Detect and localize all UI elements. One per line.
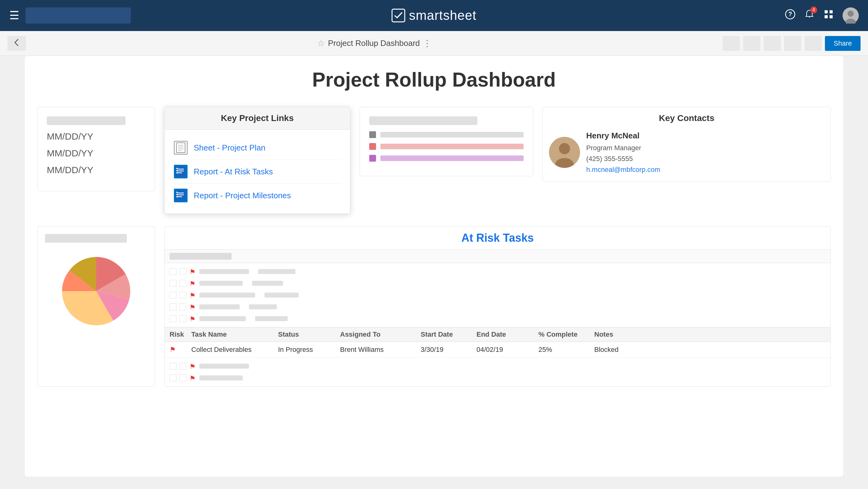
top-nav: ☰ smartsheet ? 4 [0, 0, 868, 31]
dashboard-title: Project Rollup Dashboard [37, 68, 831, 91]
svg-text:?: ? [788, 10, 792, 18]
toolbar-action-btn-1[interactable] [723, 36, 740, 51]
skeleton-check-7 [169, 304, 176, 310]
skel-bar-b2 [199, 375, 243, 380]
more-options-icon[interactable]: ⋮ [423, 38, 432, 49]
metric-bar-2 [380, 144, 524, 149]
contact-role: Program Manager [586, 142, 660, 153]
tasks-toolbar [165, 250, 831, 263]
skel-bar-2 [258, 269, 296, 274]
report-at-risk-icon [174, 165, 188, 178]
toolbar: ☆ Project Rollup Dashboard ⋮ Share [0, 31, 868, 56]
user-avatar[interactable] [843, 7, 859, 24]
skel-check-b3 [169, 375, 176, 381]
bottom-section: At Risk Tasks ⚑ ⚑ [37, 226, 831, 386]
links-widget-body: Sheet - Project Plan [165, 130, 350, 213]
flag-icon-2: ⚑ [189, 280, 196, 287]
skeleton-rows: ⚑ ⚑ ⚑ [165, 263, 831, 327]
search-box[interactable] [25, 7, 131, 24]
skeleton-check-5 [169, 292, 176, 298]
metric-row-1 [369, 131, 524, 138]
help-button[interactable]: ? [785, 9, 796, 22]
tasks-toolbar-bar [169, 253, 231, 260]
row-status: In Progress [278, 346, 340, 354]
skel-bar-9 [199, 316, 246, 321]
star-icon[interactable]: ☆ [317, 38, 325, 49]
skel-bar-4 [252, 281, 283, 286]
row-assigned: Brent Williams [340, 346, 421, 354]
link-sheet-project-plan[interactable]: Sheet - Project Plan [174, 136, 341, 160]
date-1: MM/DD/YY [47, 131, 145, 142]
row-start-date: 3/30/19 [421, 346, 476, 354]
metric-color-purple [369, 155, 376, 162]
table-row: ⚑ Collect Deliverables In Progress Brent… [165, 342, 831, 358]
svg-rect-22 [176, 172, 178, 173]
toolbar-action-btn-5[interactable] [804, 36, 822, 51]
metric-row-2 [369, 143, 524, 150]
row-task-name: Collect Deliverables [191, 346, 278, 354]
svg-rect-29 [176, 196, 178, 197]
col-header-status: Status [278, 330, 340, 339]
date-2: MM/DD/YY [47, 148, 145, 159]
skeleton-check-9 [169, 315, 176, 322]
col-header-assigned: Assigned To [340, 330, 421, 339]
flag-icon-1: ⚑ [189, 268, 196, 275]
nav-right: ? 4 [785, 7, 859, 24]
toolbar-title-area: ☆ Project Rollup Dashboard ⋮ [30, 38, 719, 49]
contacts-widget: Key Contacts Henry McNeal Program Manage… [542, 107, 831, 181]
apps-grid-button[interactable] [824, 9, 834, 22]
skeleton-row-bot-2: ⚑ [165, 372, 831, 384]
skel-check-b1 [169, 363, 176, 370]
links-widget: Key Project Links Sheet - Project Plan [164, 107, 350, 214]
metrics-widget [360, 107, 533, 176]
page-title: Project Rollup Dashboard [328, 38, 420, 48]
skeleton-check [169, 268, 176, 275]
pie-widget-header [45, 234, 127, 242]
skel-bar-10 [255, 316, 288, 321]
svg-rect-7 [830, 15, 833, 18]
skeleton-check-10 [180, 315, 186, 322]
col-header-start: Start Date [421, 330, 476, 339]
skeleton-check-4 [180, 280, 186, 287]
link-label-milestones: Report - Project Milestones [194, 191, 291, 200]
skeleton-row-2: ⚑ [165, 278, 831, 289]
share-button[interactable]: Share [825, 36, 861, 51]
skeleton-row-1: ⚑ [165, 266, 831, 278]
flag-icon-b2: ⚑ [189, 375, 196, 381]
row-end-date: 04/02/19 [476, 346, 538, 354]
skeleton-check-8 [180, 304, 186, 310]
toolbar-action-btn-3[interactable] [764, 36, 781, 51]
date-3: MM/DD/YY [47, 165, 145, 175]
contact-phone: (425) 355-5555 [586, 153, 660, 164]
link-report-milestones[interactable]: Report - Project Milestones [174, 184, 341, 207]
col-header-pct: % Complete [538, 330, 594, 339]
links-widget-header: Key Project Links [165, 107, 350, 130]
report-milestones-icon [174, 189, 188, 202]
contact-name: Henry McNeal [586, 130, 660, 142]
widgets-row: MM/DD/YY MM/DD/YY MM/DD/YY Key Project L… [37, 107, 831, 214]
toolbar-action-btn-2[interactable] [743, 36, 761, 51]
notifications-button[interactable]: 4 [804, 9, 815, 22]
metric-bar-3 [380, 155, 524, 161]
pie-chart [56, 251, 136, 332]
hamburger-icon[interactable]: ☰ [9, 9, 19, 22]
back-button[interactable] [7, 36, 26, 51]
svg-rect-5 [830, 10, 833, 13]
skeleton-row-bot-1: ⚑ [165, 360, 831, 372]
flag-icon-4: ⚑ [189, 304, 196, 310]
table-header-row: Risk Task Name Status Assigned To Start … [165, 327, 831, 342]
risk-flag-icon: ⚑ [169, 346, 176, 353]
toolbar-action-btn-4[interactable] [784, 36, 801, 51]
notification-badge: 4 [810, 6, 817, 13]
skel-bar-5 [199, 293, 255, 297]
skel-bar-8 [249, 305, 277, 309]
svg-point-9 [847, 10, 854, 17]
skeleton-row-5: ⚑ [165, 313, 831, 324]
svg-rect-20 [176, 168, 178, 169]
svg-point-31 [559, 143, 570, 154]
svg-rect-4 [825, 10, 828, 13]
link-report-at-risk[interactable]: Report - At Risk Tasks [174, 160, 341, 184]
col-header-end: End Date [476, 330, 538, 339]
main-content: Project Rollup Dashboard MM/DD/YY MM/DD/… [25, 56, 843, 477]
row-notes: Blocked [594, 346, 826, 354]
